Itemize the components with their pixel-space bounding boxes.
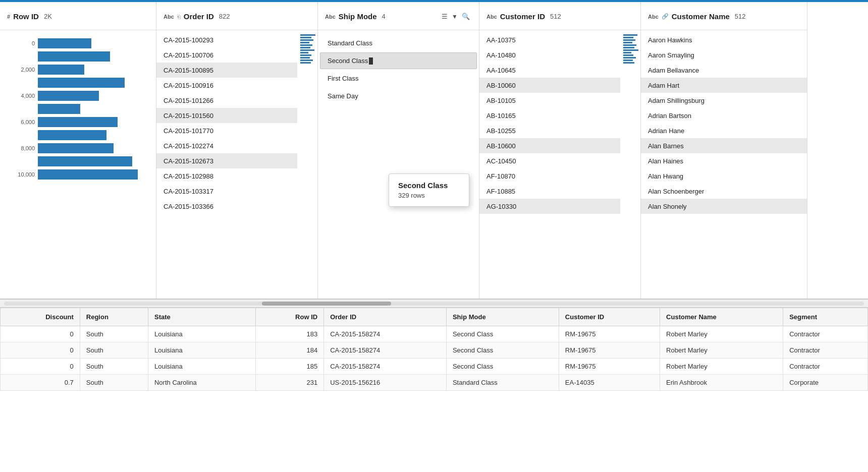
hist-row-0: 0: [7, 37, 149, 49]
hist-bar-container-1: [38, 50, 149, 63]
abc-icon-customer-id: Abc: [486, 14, 497, 20]
th-state: State: [148, 308, 255, 326]
tooltip-subtitle: 329 rows: [398, 192, 460, 199]
mini-bar: [300, 42, 309, 43]
dropdown-arrow[interactable]: ▼: [452, 13, 458, 20]
th-region: Region: [80, 308, 148, 326]
td-discount: 0: [1, 342, 80, 359]
hist-bar-container-10: [38, 168, 149, 181]
row-id-count: 2K: [44, 13, 52, 20]
customer-id-body: AA-10375 AA-10480 AA-10645 AB-10060 AB-1…: [479, 30, 640, 299]
list-item: AB-10255: [479, 123, 620, 138]
mini-bar: [300, 49, 314, 51]
td-order-id: CA-2015-158274: [324, 326, 447, 342]
mini-bar: [300, 37, 311, 38]
hist-row-2: 2,000: [7, 64, 149, 76]
scrollbar-track[interactable]: [4, 302, 864, 306]
scrollbar-thumb[interactable]: [262, 302, 391, 306]
order-id-value: CA-2015-101266: [164, 97, 290, 104]
mini-bar: [623, 34, 637, 36]
list-item: AA-10375: [479, 32, 620, 47]
td-discount: 0: [1, 326, 80, 342]
column-panel-customer-id: Abc Customer ID 512 AA-10375 AA-10480 AA…: [479, 2, 641, 299]
hist-bar-6: [38, 117, 118, 127]
hist-row-1: [7, 50, 149, 63]
mini-bar-column: [297, 32, 317, 297]
td-customer-name: Robert Marley: [660, 342, 783, 359]
th-segment: Segment: [783, 308, 868, 326]
list-item: CA-2015-100706: [156, 47, 297, 63]
order-id-value: CA-2015-102673: [164, 157, 290, 165]
column-panel-row-id: # Row ID 2K 0: [0, 2, 156, 299]
hist-label-2: 2,000: [7, 67, 35, 73]
hist-bar-container-0: [38, 37, 149, 49]
order-id-value: CA-2015-100916: [164, 82, 290, 89]
mini-bar: [300, 54, 311, 56]
mini-bar: [623, 60, 633, 61]
list-item: CA-2015-103366: [156, 199, 297, 214]
ship-mode-same-day[interactable]: Same Day: [320, 88, 477, 104]
mini-bar: [300, 62, 311, 64]
customer-id-count: 512: [550, 13, 561, 20]
list-item: Aaron Hawkins: [641, 32, 807, 47]
hist-bar-container-7: [38, 129, 149, 141]
ship-mode-first-class[interactable]: First Class: [320, 70, 477, 87]
hist-row-7: [7, 129, 149, 141]
list-item: CA-2015-100895: [156, 63, 297, 78]
hist-label-8: 8,000: [7, 145, 35, 151]
mini-bar: [300, 34, 315, 36]
order-id-value: CA-2015-100706: [164, 51, 290, 59]
list-item: AF-10885: [479, 184, 620, 199]
mini-bar: [300, 39, 313, 41]
top-section: # Row ID 2K 0: [0, 2, 868, 300]
ship-mode-standard-class[interactable]: Standard Class: [320, 35, 477, 51]
table-header-row: Discount Region State Row ID Order ID Sh…: [1, 308, 868, 326]
td-order-id: CA-2015-158274: [324, 342, 447, 359]
link-icon-customer-name: 🔗: [662, 13, 669, 20]
hist-bar-10: [38, 169, 138, 180]
order-id-value: CA-2015-103366: [164, 203, 290, 210]
filter-icon-order-id[interactable]: ⎗: [177, 14, 181, 20]
list-item: CA-2015-103317: [156, 184, 297, 199]
hist-bar-container-3: [38, 77, 149, 89]
th-row-id: Row ID: [256, 308, 324, 326]
hist-bar-1: [38, 51, 110, 62]
list-item: CA-2015-102274: [156, 138, 297, 153]
td-customer-id: RM-19675: [559, 342, 660, 359]
td-customer-id: RM-19675: [559, 326, 660, 342]
td-order-id: CA-2015-158274: [324, 359, 447, 375]
column-header-order-id: Abc ⎗ Order ID 822: [156, 2, 317, 30]
order-id-value: CA-2015-100293: [164, 36, 290, 44]
table-row: 0 South Louisiana 185 CA-2015-158274 Sec…: [1, 359, 868, 375]
td-segment: Contractor: [783, 359, 868, 375]
abc-icon-customer-name: Abc: [648, 14, 659, 20]
list-item: Aaron Smayling: [641, 47, 807, 63]
td-row-id: 185: [256, 359, 324, 375]
list-item: AF-10870: [479, 168, 620, 184]
th-customer-id: Customer ID: [559, 308, 660, 326]
hist-bar-container-6: [38, 116, 149, 128]
hist-bar-4: [38, 91, 99, 101]
list-item: CA-2015-100916: [156, 78, 297, 93]
hist-label-6: 6,000: [7, 119, 35, 125]
td-region: South: [80, 359, 148, 375]
scrollbar-row[interactable]: [0, 300, 868, 308]
hist-bar-8: [38, 143, 114, 153]
column-header-customer-id: Abc Customer ID 512: [479, 2, 640, 30]
list-item: Adam Shillingsburg: [641, 93, 807, 108]
td-region: South: [80, 375, 148, 391]
sort-button[interactable]: ☰: [440, 12, 450, 21]
td-state: North Carolina: [148, 375, 255, 391]
list-item: Adam Bellavance: [641, 63, 807, 78]
mini-bar: [300, 44, 312, 46]
td-region: South: [80, 326, 148, 342]
search-button[interactable]: 🔍: [460, 12, 472, 21]
td-segment: Contractor: [783, 342, 868, 359]
hist-row-5: [7, 103, 149, 115]
mini-bar: [623, 39, 635, 41]
ship-mode-second-class[interactable]: Second Class: [320, 52, 477, 69]
td-customer-name: Robert Marley: [660, 326, 783, 342]
td-customer-id: RM-19675: [559, 359, 660, 375]
table-row: 0.7 South North Carolina 231 US-2015-156…: [1, 375, 868, 391]
mini-bar: [623, 54, 633, 56]
